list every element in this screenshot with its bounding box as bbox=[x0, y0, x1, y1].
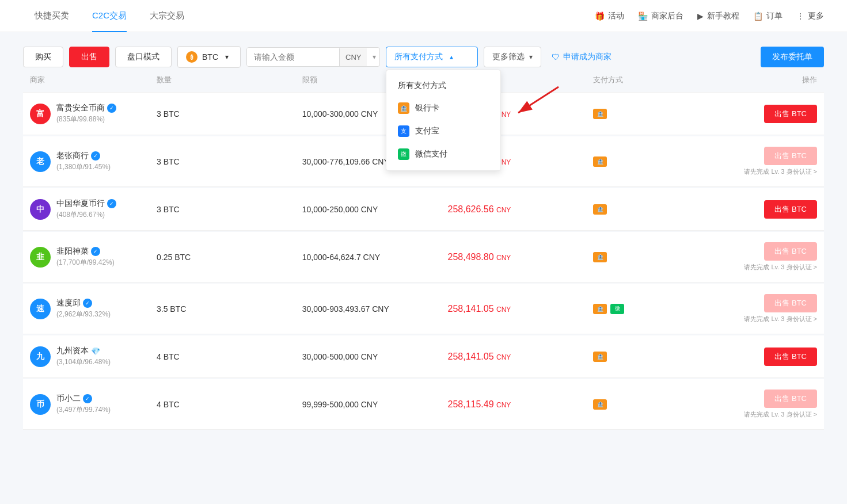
sell-button[interactable]: 出售 bbox=[69, 47, 109, 67]
merchant-cell: 富 富贵安全币商✓ (835单/99.88%) bbox=[23, 103, 150, 124]
nav-orders[interactable]: 📋 订单 bbox=[753, 11, 783, 21]
table-row: 九 九州资本💎 (3,104单/96.48%) 4 BTC30,000-500,… bbox=[23, 335, 824, 378]
sell-btc-button-disabled[interactable]: 出售 BTC bbox=[764, 390, 817, 408]
merchant-name: 韭阳神菜✓ bbox=[56, 246, 115, 257]
merchant-name: 富贵安全币商✓ bbox=[56, 103, 116, 113]
chevron-up-icon: ▴ bbox=[450, 53, 453, 61]
tab-bulk[interactable]: 大宗交易 bbox=[138, 0, 196, 32]
table-row: 中 中国华夏币行✓ (408单/96.67%) 3 BTC10,000-250,… bbox=[23, 188, 824, 231]
payment-filter-button[interactable]: 所有支付方式 ▴ bbox=[386, 47, 478, 67]
btc-icon: ₿ bbox=[186, 51, 197, 63]
buy-button[interactable]: 购买 bbox=[23, 47, 63, 67]
gift-icon: 🎁 bbox=[595, 12, 605, 21]
amount-cell: 3 BTC bbox=[150, 109, 295, 119]
currency-chevron-icon[interactable]: ▾ bbox=[369, 48, 379, 66]
tab-quick-trade[interactable]: 快捷买卖 bbox=[23, 0, 81, 32]
action-cell: 出售 BTC bbox=[732, 200, 824, 219]
sell-btc-button-disabled[interactable]: 出售 BTC bbox=[764, 147, 817, 165]
verify-tip[interactable]: 请先完成 Lv. 3 身份认证 > bbox=[744, 167, 817, 176]
top-navigation: 快捷买卖 C2C交易 大宗交易 🎁 活动 🏪 商家后台 ▶ 新手教程 📋 订单 … bbox=[0, 0, 847, 32]
price-cell: 258,498.80 CNY bbox=[441, 252, 587, 262]
table-row: 速 速度邱✓ (2,962单/93.32%) 3.5 BTC30,000-903… bbox=[23, 284, 824, 334]
merchant-info: 速度邱✓ (2,962单/93.32%) bbox=[56, 298, 111, 319]
limit-cell: 10,000-250,000 CNY bbox=[295, 205, 441, 214]
bank-payment-icon: 🏦 bbox=[593, 204, 607, 215]
merchant-info: 九州资本💎 (3,104单/96.48%) bbox=[56, 346, 111, 367]
action-cell: 出售 BTC 请先完成 Lv. 3 身份认证 > bbox=[732, 390, 824, 419]
amount-cell: 3 BTC bbox=[150, 205, 295, 214]
market-mode-button[interactable]: 盘口模式 bbox=[115, 47, 172, 67]
merchant-info: 韭阳神菜✓ (17,700单/99.42%) bbox=[56, 246, 115, 268]
merchant-avatar: 中 bbox=[30, 199, 51, 220]
bank-payment-icon: 🏦 bbox=[593, 352, 607, 362]
merchant-name: 老张商行✓ bbox=[56, 151, 111, 161]
nav-tabs: 快捷买卖 C2C交易 大宗交易 bbox=[23, 0, 196, 32]
limit-cell: 99,999-500,000 CNY bbox=[295, 400, 441, 409]
nav-more[interactable]: ⋮ 更多 bbox=[796, 11, 824, 21]
sell-btc-button-disabled[interactable]: 出售 BTC bbox=[764, 242, 817, 261]
limit-cell: 10,000-64,624.7 CNY bbox=[295, 253, 441, 262]
action-cell: 出售 BTC 请先完成 Lv. 3 身份认证 > bbox=[732, 294, 824, 323]
col-action: 操作 bbox=[732, 75, 824, 85]
nav-tutorial[interactable]: ▶ 新手教程 bbox=[697, 11, 739, 21]
more-filter-button[interactable]: 更多筛选 ▾ bbox=[484, 47, 541, 67]
payment-methods-cell: 🏦 bbox=[586, 204, 732, 215]
merchant-stats: (17,700单/99.42%) bbox=[56, 258, 115, 268]
col-merchant: 商家 bbox=[23, 75, 150, 85]
tab-c2c[interactable]: C2C交易 bbox=[81, 0, 138, 32]
payment-option-alipay[interactable]: 支 支付宝 bbox=[386, 120, 500, 143]
payment-methods-cell: 🏦 bbox=[586, 399, 732, 410]
merchant-avatar: 韭 bbox=[30, 247, 51, 268]
action-cell: 出售 BTC 请先完成 Lv. 3 身份认证 > bbox=[732, 242, 824, 272]
merchant-avatar: 老 bbox=[30, 151, 51, 172]
payment-methods-cell: 🏦 bbox=[586, 352, 732, 362]
action-cell: 出售 BTC bbox=[732, 348, 824, 366]
limit-cell: 30,000-903,493.67 CNY bbox=[295, 304, 441, 314]
amount-cell: 3.5 BTC bbox=[150, 304, 295, 314]
more-icon: ⋮ bbox=[796, 12, 804, 21]
payment-option-wechat[interactable]: 微 微信支付 bbox=[386, 143, 500, 166]
wechat-payment-icon: 微 bbox=[610, 304, 624, 314]
merchant-info: 老张商行✓ (1,380单/91.45%) bbox=[56, 151, 111, 172]
verify-tip[interactable]: 请先完成 Lv. 3 身份认证 > bbox=[744, 315, 817, 323]
alipay-icon: 支 bbox=[398, 125, 409, 137]
price-cell: 258,141.05 CNY bbox=[441, 304, 587, 314]
price-cell: 258,115.49 CNY bbox=[441, 399, 587, 410]
payment-option-bank[interactable]: 🏦 银行卡 bbox=[386, 97, 500, 120]
filter-bar: 购买 出售 盘口模式 ₿ BTC ▾ CNY ▾ 所有支付方式 ▴ 所有支付方式 bbox=[23, 46, 824, 68]
sell-btc-button[interactable]: 出售 BTC bbox=[764, 105, 817, 123]
verify-tip[interactable]: 请先完成 Lv. 3 身份认证 > bbox=[744, 263, 817, 272]
nav-activity[interactable]: 🎁 活动 bbox=[595, 11, 624, 21]
table-row: 币 币小二✓ (3,497单/99.74%) 4 BTC99,999-500,0… bbox=[23, 379, 824, 430]
verified-icon: ✓ bbox=[83, 394, 92, 403]
diamond-icon: 💎 bbox=[91, 347, 100, 356]
merchant-stats: (1,380单/91.45%) bbox=[56, 162, 111, 172]
verified-icon: ✓ bbox=[83, 299, 92, 308]
merchant-cell: 韭 韭阳神菜✓ (17,700单/99.42%) bbox=[23, 246, 150, 268]
sell-btc-button[interactable]: 出售 BTC bbox=[764, 348, 817, 366]
merchant-avatar: 速 bbox=[30, 299, 51, 319]
merchant-name: 速度邱✓ bbox=[56, 298, 111, 308]
publish-order-button[interactable]: 发布委托单 bbox=[761, 47, 824, 67]
payment-methods-cell: 🏦微 bbox=[586, 304, 732, 314]
crypto-selector[interactable]: ₿ BTC ▾ bbox=[177, 46, 241, 68]
sell-btc-button[interactable]: 出售 BTC bbox=[764, 200, 817, 219]
payment-filter-wrap: 所有支付方式 ▴ 所有支付方式 🏦 银行卡 支 支付宝 微 微信支付 bbox=[386, 47, 478, 67]
verify-tip[interactable]: 请先完成 Lv. 3 身份认证 > bbox=[744, 410, 817, 419]
payment-methods-cell: 🏦 bbox=[586, 156, 732, 167]
merchant-name: 中国华夏币行✓ bbox=[56, 198, 116, 209]
nav-right-items: 🎁 活动 🏪 商家后台 ▶ 新手教程 📋 订单 ⋮ 更多 bbox=[595, 11, 824, 21]
merchant-info: 富贵安全币商✓ (835单/99.88%) bbox=[56, 103, 116, 124]
nav-merchant-dashboard[interactable]: 🏪 商家后台 bbox=[638, 11, 683, 21]
sell-btc-button-disabled[interactable]: 出售 BTC bbox=[764, 294, 817, 312]
merchant-avatar: 币 bbox=[30, 394, 51, 415]
payment-option-all[interactable]: 所有支付方式 bbox=[386, 75, 500, 97]
payment-methods-cell: 🏦 bbox=[586, 109, 732, 119]
apply-merchant-link[interactable]: 🛡 申请成为商家 bbox=[552, 52, 611, 62]
amount-input[interactable] bbox=[247, 48, 339, 66]
chevron-down-icon: ▾ bbox=[529, 53, 533, 61]
amount-cell: 4 BTC bbox=[150, 400, 295, 409]
action-cell: 出售 BTC bbox=[732, 105, 824, 123]
bank-payment-icon: 🏦 bbox=[593, 156, 607, 167]
bank-payment-icon: 🏦 bbox=[593, 399, 607, 410]
